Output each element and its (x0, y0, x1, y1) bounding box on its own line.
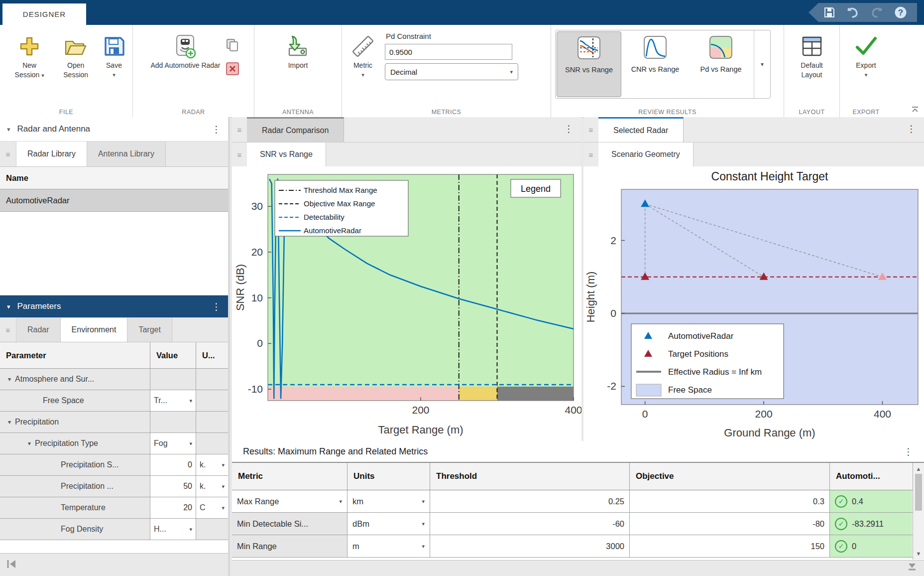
parameter-row[interactable]: Precipitation S...0k.▾ (0, 454, 228, 476)
tab-radar-comparison[interactable]: Radar Comparison (247, 117, 344, 142)
pd-vs-range-button[interactable]: Pd vs Range (689, 31, 753, 97)
tab-environment[interactable]: Environment (61, 318, 128, 342)
kebab-menu-icon[interactable]: ⋮ (212, 302, 221, 311)
drag-grip-icon[interactable]: ≡ (0, 142, 16, 166)
metric-cell[interactable]: Min Range (232, 535, 347, 557)
default-layout-button[interactable]: Default Layout (788, 30, 835, 82)
undo-icon[interactable] (846, 7, 859, 18)
redo-icon[interactable] (870, 7, 883, 18)
parameter-value-cell[interactable]: 0 (150, 454, 196, 475)
tab-radar-library[interactable]: Radar Library (16, 142, 87, 166)
metric-cell[interactable]: Max Range▾ (232, 490, 347, 512)
parameter-row[interactable]: Fog DensityH...▾ (0, 519, 228, 540)
metric-button[interactable]: Metric ▾ (346, 30, 380, 80)
open-session-button[interactable]: Open Session (54, 30, 98, 82)
threshold-cell[interactable]: 0.25 (430, 490, 630, 512)
tab-snr-vs-range[interactable]: SNR vs Range (247, 143, 326, 166)
tab-antenna-library[interactable]: Antenna Library (87, 142, 166, 166)
parameter-row[interactable]: ▾Precipitation TypeFog▾ (0, 433, 228, 454)
column-parameter: Parameter (0, 342, 150, 368)
kebab-menu-icon[interactable]: ⋮ (904, 447, 913, 456)
parameter-row[interactable]: Temperature20C▾ (0, 497, 228, 519)
parameter-value-cell[interactable]: H...▾ (150, 519, 196, 540)
parameter-row[interactable]: ▾Atmosphere and Sur... (0, 369, 228, 390)
save-button[interactable]: Save ▾ (100, 30, 128, 80)
copy-icon[interactable] (226, 38, 239, 55)
scrollbar-thumb[interactable] (915, 474, 922, 511)
tab-designer[interactable]: DESIGNER (2, 3, 86, 25)
collapse-arrow-icon[interactable]: ▾ (8, 376, 11, 383)
library-row-automotive-radar[interactable]: AutomotiveRadar (0, 189, 228, 212)
units-cell[interactable]: km▾ (347, 490, 430, 512)
svg-text:Detectability: Detectability (304, 213, 345, 221)
parameter-unit-cell[interactable]: k.▾ (196, 476, 228, 497)
collapse-arrow-icon[interactable]: ▾ (7, 126, 10, 133)
svg-text:0: 0 (610, 307, 616, 319)
parameters-header[interactable]: ▾ Parameters ⋮ (0, 295, 228, 318)
new-session-button[interactable]: New Session ▾ (7, 30, 52, 82)
gallery-dropdown-button[interactable]: ▾ (754, 30, 770, 98)
format-select[interactable]: Decimal▾ (385, 63, 518, 80)
drag-grip-icon[interactable]: ≡ (0, 318, 16, 342)
snr-vs-range-button[interactable]: SNR vs Range (557, 31, 621, 97)
drag-grip-icon[interactable]: ≡ (583, 117, 598, 142)
kebab-menu-icon[interactable]: ⋮ (907, 124, 916, 134)
results-table: Metric Units Threshold Objective Automot… (232, 462, 924, 558)
metric-cell[interactable]: Min Detectable Si... (232, 513, 347, 535)
parameter-row[interactable]: Free SpaceTr...▾ (0, 390, 228, 412)
collapse-arrow-icon[interactable]: ▾ (7, 303, 10, 310)
parameter-row[interactable]: ▾Precipitation (0, 412, 228, 433)
collapse-arrow-icon[interactable]: ▾ (8, 419, 11, 426)
tab-selected-radar[interactable]: Selected Radar (598, 117, 684, 142)
snr-plot-canvas[interactable]: 2004003020100-10Target Range (m)SNR (dB)… (232, 166, 581, 441)
parameter-value-cell[interactable]: Fog▾ (150, 433, 196, 454)
save-icon[interactable] (823, 6, 835, 18)
collapse-to-left-icon[interactable] (6, 559, 17, 571)
dropdown-caret-icon: ▾ (189, 440, 192, 447)
parameter-row[interactable]: Precipitation ...50k.▾ (0, 476, 228, 497)
scroll-down-icon[interactable]: ▼ (916, 551, 922, 557)
pd-constraint-input[interactable] (385, 44, 512, 60)
parameter-value-cell[interactable]: Tr...▾ (150, 390, 196, 411)
kebab-menu-icon[interactable]: ⋮ (212, 125, 221, 134)
parameter-value-cell[interactable]: 50 (150, 476, 196, 497)
results-row[interactable]: Min Rangem▾3000150✓0 (232, 535, 924, 558)
units-cell[interactable]: dBm▾ (347, 513, 430, 535)
drag-grip-icon[interactable]: ≡ (232, 143, 247, 166)
delete-icon[interactable] (226, 62, 239, 78)
objective-cell[interactable]: 0.3 (630, 490, 830, 512)
drag-grip-icon[interactable]: ≡ (232, 117, 247, 142)
add-automotive-radar-button[interactable]: Add Automotive Radar (147, 30, 223, 72)
tab-radar[interactable]: Radar (16, 318, 61, 342)
collapse-to-bottom-icon[interactable] (907, 561, 917, 573)
export-button[interactable]: Export ▾ (850, 30, 882, 80)
library-name-column-header: Name (0, 167, 228, 189)
kebab-menu-icon[interactable]: ⋮ (564, 124, 574, 134)
parameter-name: Precipitation Type (35, 439, 98, 448)
collapse-arrow-icon[interactable]: ▾ (28, 440, 31, 447)
units-value: m (352, 542, 359, 551)
threshold-cell[interactable]: -60 (430, 513, 630, 535)
results-row[interactable]: Min Detectable Si...dBm▾-60-80✓-83.2911 (232, 513, 924, 535)
automotive-radar-icon (173, 32, 199, 61)
units-cell[interactable]: m▾ (347, 535, 430, 557)
radar-antenna-header[interactable]: ▾ Radar and Antenna ⋮ (0, 117, 228, 142)
import-button[interactable]: Import (282, 30, 314, 72)
tab-target[interactable]: Target (127, 318, 172, 342)
objective-cell[interactable]: 150 (630, 535, 830, 557)
section-label-export: EXPORT (840, 109, 892, 116)
parameter-value-cell[interactable]: 20 (150, 497, 196, 518)
parameter-unit-cell[interactable]: C▾ (196, 497, 228, 518)
results-scrollbar[interactable]: ▲ ▼ (913, 463, 924, 560)
parameter-unit-cell[interactable]: k.▾ (196, 454, 228, 475)
tab-scenario-geometry[interactable]: Scenario Geometry (598, 143, 693, 166)
scroll-up-icon[interactable]: ▲ (916, 466, 922, 472)
results-row[interactable]: Max Range▾km▾0.250.3✓0.4 (232, 490, 924, 513)
threshold-cell[interactable]: 3000 (430, 535, 630, 557)
help-icon[interactable]: ? (894, 6, 907, 19)
geometry-plot-canvas[interactable]: 020040020-2Constant Height TargetGround … (583, 166, 924, 441)
drag-grip-icon[interactable]: ≡ (583, 143, 598, 166)
collapse-ribbon-icon[interactable] (911, 106, 919, 115)
objective-cell[interactable]: -80 (630, 513, 830, 535)
cnr-vs-range-button[interactable]: CNR vs Range (623, 31, 687, 97)
